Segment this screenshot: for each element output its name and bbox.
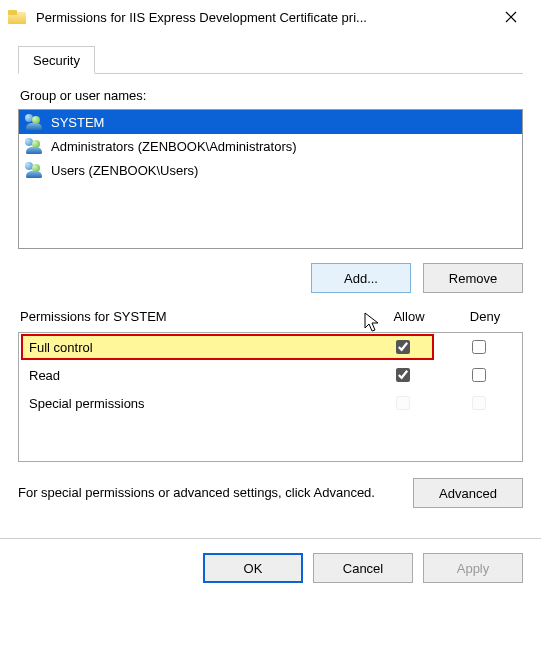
ok-button[interactable]: OK — [203, 553, 303, 583]
close-button[interactable] — [489, 2, 533, 32]
advanced-button[interactable]: Advanced — [413, 478, 523, 508]
users-listbox[interactable]: SYSTEM Administrators (ZENBOOK\Administr… — [18, 109, 523, 249]
button-label: Apply — [457, 561, 490, 576]
tab-security[interactable]: Security — [18, 46, 95, 74]
cancel-button[interactable]: Cancel — [313, 553, 413, 583]
deny-checkbox — [472, 396, 486, 410]
permission-row: Read — [19, 361, 522, 389]
tab-row: Security — [18, 46, 523, 74]
column-deny: Deny — [447, 309, 523, 324]
permission-name: Special permissions — [25, 396, 364, 411]
users-icon — [25, 162, 45, 178]
button-label: Cancel — [343, 561, 383, 576]
button-label: Advanced — [439, 486, 497, 501]
permission-row: Special permissions — [19, 389, 522, 417]
close-icon — [505, 11, 517, 23]
user-name: Administrators (ZENBOOK\Administrators) — [51, 139, 297, 154]
user-row[interactable]: Users (ZENBOOK\Users) — [19, 158, 522, 182]
folder-icon — [8, 10, 26, 24]
divider — [0, 538, 541, 539]
add-button[interactable]: Add... — [311, 263, 411, 293]
users-icon — [25, 138, 45, 154]
permission-name: Full control — [25, 340, 364, 355]
titlebar: Permissions for IIS Express Development … — [0, 0, 541, 34]
allow-checkbox[interactable] — [396, 340, 410, 354]
button-label: OK — [244, 561, 263, 576]
user-name: Users (ZENBOOK\Users) — [51, 163, 198, 178]
permissions-header: Permissions for SYSTEM Allow Deny — [18, 309, 523, 324]
column-allow: Allow — [371, 309, 447, 324]
advanced-text: For special permissions or advanced sett… — [18, 484, 413, 502]
permission-name: Read — [25, 368, 364, 383]
permissions-list: Full control Read Special permissions — [18, 332, 523, 462]
user-row[interactable]: SYSTEM — [19, 110, 522, 134]
permission-row: Full control — [19, 333, 522, 361]
user-name: SYSTEM — [51, 115, 104, 130]
remove-button[interactable]: Remove — [423, 263, 523, 293]
allow-checkbox — [396, 396, 410, 410]
button-label: Add... — [344, 271, 378, 286]
apply-button[interactable]: Apply — [423, 553, 523, 583]
users-icon — [25, 114, 45, 130]
user-row[interactable]: Administrators (ZENBOOK\Administrators) — [19, 134, 522, 158]
deny-checkbox[interactable] — [472, 340, 486, 354]
group-label: Group or user names: — [20, 88, 523, 103]
button-label: Remove — [449, 271, 497, 286]
window-title: Permissions for IIS Express Development … — [36, 10, 489, 25]
deny-checkbox[interactable] — [472, 368, 486, 382]
allow-checkbox[interactable] — [396, 368, 410, 382]
permissions-title: Permissions for SYSTEM — [18, 309, 371, 324]
dialog-buttons: OK Cancel Apply — [0, 553, 541, 599]
